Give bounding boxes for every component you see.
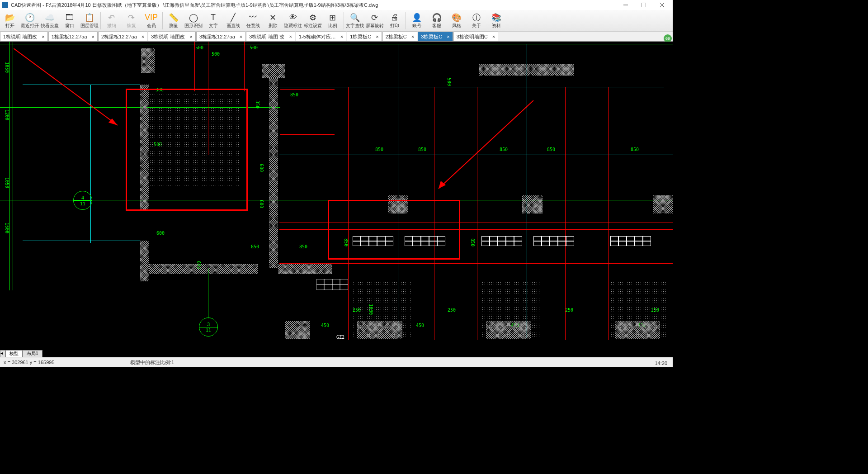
grid-number: 11 — [80, 201, 85, 206]
toolbar-最近打开[interactable]: 🕐最近打开 — [20, 10, 40, 31]
document-tab[interactable]: 1栋梁板12.27aa× — [48, 32, 98, 41]
drawing-canvas[interactable]: 1050 1200 1050 1600 500 500 500 850 350 … — [0, 42, 673, 346]
grid-number: 3 — [207, 322, 210, 327]
dim-label: 500 — [250, 45, 258, 50]
tab-close-icon[interactable]: × — [240, 34, 242, 39]
toolbar-客服[interactable]: 🎧客服 — [427, 10, 447, 31]
toolbar-关于[interactable]: ⓘ关于 — [467, 10, 486, 31]
toolbar-label: 任意线 — [246, 23, 260, 29]
toolbar-label: 最近打开 — [21, 23, 39, 29]
tab-label: 2栋梁板12.27aa — [101, 33, 137, 40]
tab-close-icon[interactable]: × — [189, 34, 192, 39]
toolbar-icon: VIP — [146, 13, 156, 23]
tab-close-icon[interactable]: × — [447, 34, 449, 39]
tab-close-icon[interactable]: × — [289, 34, 292, 39]
beam-line — [279, 87, 664, 87]
toolbar-打印[interactable]: 🖨打印 — [385, 10, 405, 31]
tab-model[interactable]: 模型 — [5, 350, 23, 357]
beam-line — [398, 44, 398, 338]
annotation-box — [328, 200, 460, 260]
document-tab[interactable]: 2栋梁板C× — [382, 32, 418, 41]
toolbar-隐藏标注[interactable]: 👁隐藏标注 — [283, 10, 303, 31]
tab-label: 1-5栋砌体对应… — [299, 33, 336, 40]
toolbar-测量[interactable]: 📏测量 — [164, 10, 184, 31]
document-tab[interactable]: 3栋说明墙图C× — [453, 32, 499, 41]
tab-close-icon[interactable]: × — [142, 34, 144, 39]
toolbar-文字[interactable]: T文字 — [203, 10, 223, 31]
toolbar-label: 文字 — [209, 23, 218, 29]
document-tab[interactable]: 3栋梁板12.27aa× — [196, 32, 245, 41]
annotation-box — [126, 89, 248, 211]
opening-grid — [316, 279, 348, 292]
toolbar-风格[interactable]: 🎨风格 — [447, 10, 467, 31]
toolbar-图层管理[interactable]: 📋图层管理 — [80, 10, 99, 31]
tab-close-icon[interactable]: × — [42, 34, 44, 39]
toolbar-打开[interactable]: 📂打开 — [0, 10, 20, 31]
tab-close-icon[interactable]: × — [411, 34, 414, 39]
coord-readout: x = 302961 y = 165995 — [4, 360, 130, 365]
toolbar-文字查找[interactable]: 🔍文字查找 — [345, 10, 365, 31]
toolbar-label: 关于 — [472, 23, 481, 29]
toolbar-icon: ⊞ — [328, 13, 338, 23]
dim-label: 600 — [259, 164, 264, 172]
tab-close-icon[interactable]: × — [492, 34, 495, 39]
dim-line — [608, 87, 609, 340]
document-tab[interactable]: 1栋梁板C× — [347, 32, 382, 41]
toolbar-删除[interactable]: ✕删除 — [263, 10, 283, 31]
toolbar-任意线[interactable]: 〰任意线 — [243, 10, 263, 31]
toolbar-屏幕旋转[interactable]: ⟳屏幕旋转 — [365, 10, 385, 31]
toolbar-恢复[interactable]: ↷恢复 — [122, 10, 142, 31]
toolbar-撤销[interactable]: ↶撤销 — [102, 10, 122, 31]
toolbar-icon: 📏 — [169, 13, 179, 23]
tab-label: 3栋梁板C — [421, 33, 442, 40]
dim-label: 500 — [212, 52, 220, 57]
document-tab[interactable]: 3栋说明 墙图改× — [148, 32, 196, 41]
dim-label: 500 — [447, 78, 452, 86]
beam-label: GZ2 — [336, 335, 344, 340]
toolbar-比例[interactable]: ⊞比例 — [323, 10, 343, 31]
tab-label: 2栋梁板C — [386, 33, 407, 40]
close-button[interactable] — [653, 0, 671, 10]
toolbar-icon: 📚 — [491, 13, 501, 23]
toolbar-快看云盘[interactable]: ☁️快看云盘 — [40, 10, 60, 31]
annotation-arrow-icon — [434, 100, 536, 193]
toolbar-label: 客服 — [432, 23, 441, 29]
toolbar-窗口[interactable]: 🗔窗口 — [60, 10, 80, 31]
tab-label: 1栋梁板12.27aa — [52, 33, 87, 40]
tab-close-icon[interactable]: × — [340, 34, 343, 39]
document-tab[interactable]: 3栋梁板C× — [418, 32, 453, 41]
tab-label: 3栋说明 墙图 改 — [249, 33, 284, 40]
toolbar-标注设置[interactable]: ⚙标注设置 — [303, 10, 323, 31]
dim-line — [279, 263, 673, 264]
document-tab[interactable]: 1-5栋砌体对应…× — [296, 32, 346, 41]
tab-close-icon[interactable]: × — [92, 34, 94, 39]
tab-label: 3栋梁板12.27aa — [199, 33, 235, 40]
toolbar-画直线[interactable]: ╱画直线 — [223, 10, 243, 31]
toolbar-icon: 👤 — [412, 13, 422, 23]
slab-hatch — [353, 281, 411, 340]
svg-line-9 — [14, 48, 118, 125]
axis-line — [13, 42, 13, 290]
toolbar-label: 图层管理 — [80, 23, 99, 29]
tab-layout[interactable]: 布局1 — [23, 350, 42, 357]
minimize-button[interactable] — [617, 0, 635, 10]
svg-marker-12 — [439, 181, 446, 189]
document-tab[interactable]: 3栋说明 墙图 改× — [246, 32, 295, 41]
dim-label: 850 — [470, 238, 475, 246]
toolbar-会员[interactable]: VIP会员 — [142, 10, 161, 31]
tab-close-icon[interactable]: × — [376, 34, 378, 39]
dim-label: 350 — [255, 100, 260, 109]
toolbar-label: 画直线 — [226, 23, 240, 29]
toolbar-label: 资料 — [492, 23, 501, 29]
toolbar-资料[interactable]: 📚资料 — [486, 10, 506, 31]
tab-handle[interactable]: ◂ — [0, 350, 5, 357]
toolbar-icon: ☁️ — [45, 13, 55, 23]
layout-tabs: ◂ 模型 布局1 — [0, 350, 42, 357]
document-tab[interactable]: 2栋梁板12.27aa× — [98, 32, 147, 41]
toolbar-账号[interactable]: 👤账号 — [407, 10, 427, 31]
dim-line — [280, 89, 335, 90]
document-tab[interactable]: 1栋说明 墙图改× — [0, 32, 48, 41]
toolbar-图形识别[interactable]: ◯图形识别 — [184, 10, 203, 31]
maximize-button[interactable] — [635, 0, 653, 10]
tab-label: 1栋说明 墙图改 — [3, 33, 37, 40]
